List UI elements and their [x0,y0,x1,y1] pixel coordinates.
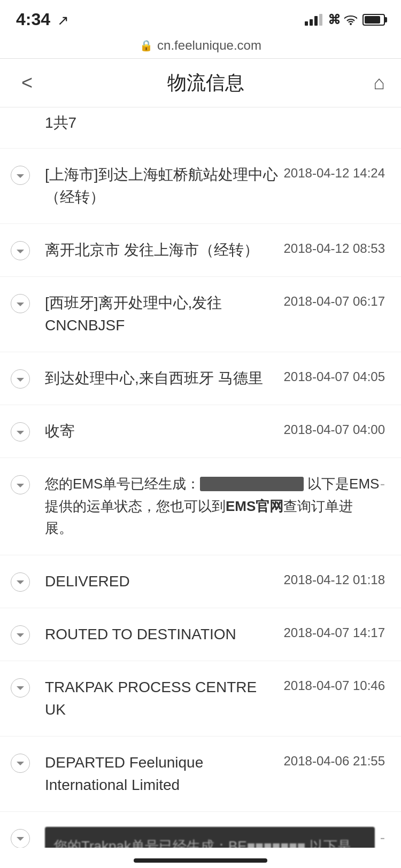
item-text: 离开北京市 发往上海市（经转） [45,239,279,261]
chevron-icon[interactable] [11,572,30,592]
list-item: TRAKPAK PROCESS CENTRE UK 2018-04-07 10:… [0,661,401,737]
list-item: [西班牙]离开处理中心,发往CNCNBJSF 2018-04-07 06:17 [0,277,401,352]
chevron-wrap [11,473,36,494]
chevron-icon[interactable] [11,294,30,313]
list-item: ROUTED TO DESTINATION 2018-04-07 14:17 [0,608,401,661]
chevron-wrap [11,420,36,441]
chevron-icon[interactable] [11,166,30,185]
item-date: 2018-04-07 14:17 [284,623,385,640]
ems-tracking-number: EK803980935CS [200,477,303,491]
item-content: TRAKPAK PROCESS CENTRE UK 2018-04-07 10:… [45,676,385,721]
chevron-wrap [11,239,36,260]
chevron-wrap [11,623,36,645]
home-button[interactable]: ⌂ [373,72,385,94]
item-date: 2018-04-07 04:00 [284,420,385,437]
list-item: DELIVERED 2018-04-12 01:18 [0,555,401,608]
item-content: [上海市]到达上海虹桥航站处理中心（经转） 2018-04-12 14:24 [45,164,385,208]
back-button[interactable]: < [16,69,38,96]
item-date: 2018-04-12 08:53 [284,239,385,256]
chevron-wrap [11,676,36,698]
trakpak-dash: - [375,827,385,846]
tracking-list: [上海市]到达上海虹桥航站处理中心（经转） 2018-04-12 14:24 离… [0,149,401,868]
item-text: 到达处理中心,来自西班牙 马德里 [45,367,279,390]
item-text: [西班牙]离开处理中心,发往CNCNBJSF [45,292,279,337]
item-content: [西班牙]离开处理中心,发往CNCNBJSF 2018-04-07 06:17 [45,292,385,337]
chevron-wrap [11,751,36,773]
item-text: DEPARTED Feelunique International Limite… [45,751,279,796]
item-date: 2018-04-07 04:05 [284,367,385,384]
item-text: ROUTED TO DESTINATION [45,623,279,646]
ems-link[interactable]: EMS官网 [226,498,283,514]
list-item: 收寄 2018-04-07 04:00 [0,405,401,458]
chevron-wrap [11,827,36,848]
chevron-icon[interactable] [11,829,30,848]
item-text: [上海市]到达上海虹桥航站处理中心（经转） [45,164,279,208]
chevron-wrap [11,367,36,389]
item-date: 2018-04-07 06:17 [284,292,385,309]
nav-bar: < 物流信息 ⌂ [0,59,401,107]
chevron-wrap [11,292,36,313]
chevron-icon[interactable] [11,369,30,389]
location-icon: ↗ [57,12,69,28]
item-content: DEPARTED Feelunique International Limite… [45,751,385,796]
partial-top-item: 1共7 [0,107,401,149]
home-bar [0,848,401,868]
item-content: 离开北京市 发往上海市（经转） 2018-04-12 08:53 [45,239,385,261]
status-icons: ⌘ [305,12,385,27]
signal-icon [305,14,322,26]
item-content: ROUTED TO DESTINATION 2018-04-07 14:17 [45,623,385,646]
ems-dash: - [380,473,385,492]
ems-note-text: 您的EMS单号已经生成：EK803980935CS 以下是EMS提供的运单状态，… [45,473,380,540]
item-content: 到达处理中心,来自西班牙 马德里 2018-04-07 04:05 [45,367,385,390]
item-date: 2018-04-06 21:55 [284,751,385,769]
battery-icon [363,14,385,26]
list-item: DEPARTED Feelunique International Limite… [0,737,401,812]
chevron-wrap [11,164,36,185]
url-text: cn.feelunique.com [157,38,261,53]
item-content: DELIVERED 2018-04-12 01:18 [45,570,385,593]
chevron-wrap [11,570,36,592]
chevron-icon[interactable] [11,625,30,645]
browser-bar: 🔒 cn.feelunique.com [0,35,401,59]
item-date: 2018-04-12 14:24 [284,164,385,181]
list-item: 离开北京市 发往上海市（经转） 2018-04-12 08:53 [0,224,401,277]
ems-note: 您的EMS单号已经生成：EK803980935CS 以下是EMS提供的运单状态，… [0,458,401,555]
chevron-icon[interactable] [11,422,30,441]
status-bar: 4:34 ↗ ⌘ [0,0,401,35]
item-text: TRAKPAK PROCESS CENTRE UK [45,676,279,721]
item-date: 2018-04-12 01:18 [284,570,385,587]
chevron-icon[interactable] [11,241,30,260]
item-content: 收寄 2018-04-07 04:00 [45,420,385,443]
chevron-icon[interactable] [11,754,30,773]
chevron-icon[interactable] [11,678,30,698]
item-text: 收寄 [45,420,279,443]
lock-icon: 🔒 [140,39,153,52]
item-date: 2018-04-07 10:46 [284,676,385,693]
page-title: 物流信息 [167,70,244,96]
chevron-icon[interactable] [11,475,30,494]
list-item: [上海市]到达上海虹桥航站处理中心（经转） 2018-04-12 14:24 [0,149,401,224]
list-item: 到达处理中心,来自西班牙 马德里 2018-04-07 04:05 [0,352,401,405]
wifi-icon: ⌘ [328,12,357,27]
home-indicator [134,858,267,863]
status-time: 4:34 ↗ [16,10,69,29]
item-text: DELIVERED [45,570,279,593]
